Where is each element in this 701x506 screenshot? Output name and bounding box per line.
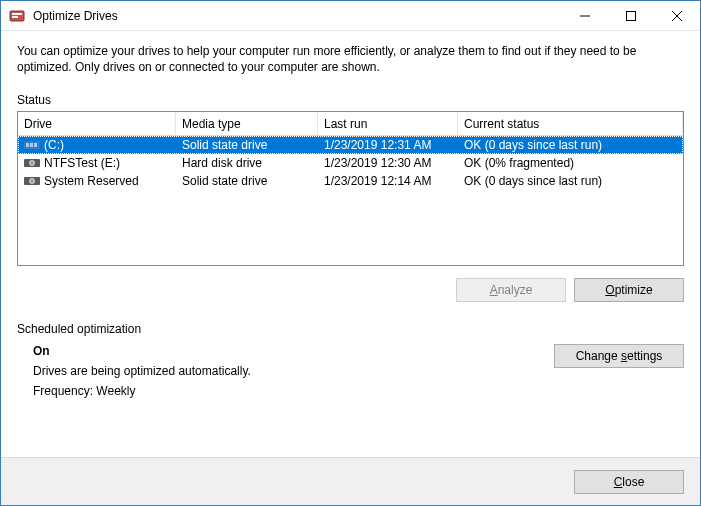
status-label: Status [17, 93, 684, 107]
schedule-section: Scheduled optimization On Drives are bei… [17, 322, 684, 404]
close-window-button[interactable] [654, 1, 700, 31]
status-buttons: Analyze Optimize [17, 278, 684, 302]
intro-text: You can optimize your drives to help you… [17, 43, 684, 75]
svg-rect-1 [12, 13, 22, 15]
drive-name: (C:) [44, 138, 64, 152]
drive-last-run: 1/23/2019 12:30 AM [318, 156, 458, 170]
schedule-state: On [33, 344, 554, 358]
svg-rect-2 [12, 16, 18, 18]
schedule-label: Scheduled optimization [17, 322, 684, 336]
drive-last-run: 1/23/2019 12:14 AM [318, 174, 458, 188]
svg-rect-9 [30, 143, 33, 147]
hdd-drive-icon [24, 175, 40, 187]
drive-media: Solid state drive [176, 174, 318, 188]
col-header-media[interactable]: Media type [176, 112, 318, 136]
schedule-desc: Drives are being optimized automatically… [33, 364, 554, 378]
schedule-freq: Frequency: Weekly [33, 384, 554, 398]
svg-point-16 [31, 181, 33, 183]
drive-last-run: 1/23/2019 12:31 AM [318, 138, 458, 152]
ssd-drive-icon [24, 139, 40, 151]
list-header: Drive Media type Last run Current status [18, 112, 683, 136]
drive-name: System Reserved [44, 174, 139, 188]
app-icon [9, 8, 25, 24]
svg-rect-4 [627, 11, 636, 20]
bottom-bar: Close [1, 457, 700, 505]
svg-rect-8 [26, 143, 29, 147]
drive-media: Hard disk drive [176, 156, 318, 170]
analyze-button: Analyze [456, 278, 566, 302]
close-button[interactable]: Close [574, 470, 684, 494]
minimize-button[interactable] [562, 1, 608, 31]
svg-rect-10 [34, 143, 37, 147]
drive-list[interactable]: Drive Media type Last run Current status… [17, 111, 684, 266]
hdd-drive-icon [24, 157, 40, 169]
svg-point-13 [31, 163, 33, 165]
drive-media: Solid state drive [176, 138, 318, 152]
col-header-status[interactable]: Current status [458, 112, 683, 136]
content-area: You can optimize your drives to help you… [1, 31, 700, 404]
table-row[interactable]: (C:)Solid state drive1/23/2019 12:31 AMO… [18, 136, 683, 154]
change-settings-button[interactable]: Change settings [554, 344, 684, 368]
drive-status: OK (0 days since last run) [458, 174, 683, 188]
col-header-drive[interactable]: Drive [18, 112, 176, 136]
titlebar: Optimize Drives [1, 1, 700, 31]
schedule-text: On Drives are being optimized automatica… [17, 344, 554, 404]
optimize-button[interactable]: Optimize [574, 278, 684, 302]
drive-status: OK (0 days since last run) [458, 138, 683, 152]
drive-status: OK (0% fragmented) [458, 156, 683, 170]
table-row[interactable]: NTFSTest (E:)Hard disk drive1/23/2019 12… [18, 154, 683, 172]
col-header-last[interactable]: Last run [318, 112, 458, 136]
table-row[interactable]: System ReservedSolid state drive1/23/201… [18, 172, 683, 190]
drive-name: NTFSTest (E:) [44, 156, 120, 170]
maximize-button[interactable] [608, 1, 654, 31]
window-title: Optimize Drives [33, 1, 562, 31]
